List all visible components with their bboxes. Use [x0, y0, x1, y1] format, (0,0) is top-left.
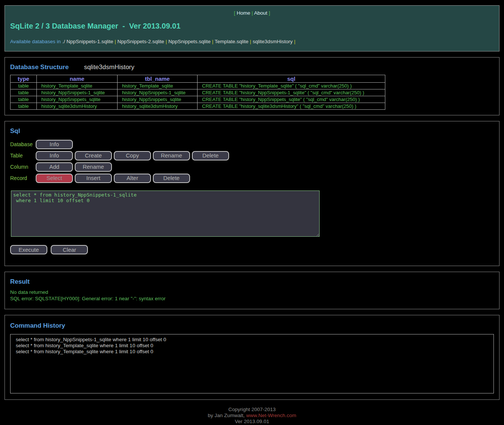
history-entry: select * from history_Template_sqlite wh… — [11, 343, 493, 349]
author-line: by Jan Zumwalt, www.Net-Wrench.com — [0, 413, 504, 419]
column-controls-row: Column Add Rename — [10, 161, 494, 172]
db-structure-table: type name tbl_name sql table history_Tem… — [10, 75, 385, 110]
top-nav: [ Home | About ] — [10, 10, 494, 16]
record-insert-button[interactable]: Insert — [75, 174, 112, 183]
database-info-button[interactable]: Info — [36, 140, 73, 149]
available-databases: Available databases in ./ NppSnippets-1.… — [10, 39, 494, 44]
databases-path: ./ — [62, 39, 65, 44]
table-rename-button[interactable]: Rename — [153, 151, 190, 160]
table-controls-row: Table Info Create Copy Rename Delete — [10, 150, 494, 161]
cell-name: history_Template_sqlite — [37, 83, 118, 89]
table-row: table history_NppSnippets_sqlite history… — [11, 96, 385, 103]
record-alter-button[interactable]: Alter — [114, 174, 151, 183]
result-status: No data returned — [10, 289, 494, 295]
table-delete-button[interactable]: Delete — [192, 151, 229, 160]
db-separator: | — [115, 39, 116, 44]
nav-close-bracket: ] — [269, 10, 270, 16]
table-header-row: type name tbl_name sql — [11, 75, 385, 83]
record-delete-button[interactable]: Delete — [153, 174, 190, 183]
db-structure-section: Database Structure sqlite3dsmHistory typ… — [5, 57, 499, 115]
column-row-label: Column — [10, 164, 36, 170]
command-history-box: select * from history_NppSnippets-1_sqli… — [10, 334, 494, 393]
db-separator: | — [212, 39, 214, 44]
cell-sql: CREATE TABLE "history_NppSnippets_sqlite… — [198, 96, 385, 103]
database-controls-row: Database Info — [10, 139, 494, 150]
available-databases-label: Available databases in — [10, 39, 61, 44]
column-header-type: type — [11, 75, 37, 83]
result-section: Result No data returned SQL error: SQLST… — [5, 272, 499, 309]
table-row: table history_Template_sqlite history_Te… — [11, 83, 385, 89]
footer: Copyright 2007-2013 by Jan Zumwalt, www.… — [0, 407, 504, 425]
cell-tbl-name: history_NppSnippets_sqlite — [118, 96, 198, 103]
db-structure-heading: Database Structure sqlite3dsmHistory — [10, 64, 494, 71]
sql-heading: Sql — [10, 127, 494, 135]
record-controls-row: Record Select Insert Alter Delete — [10, 172, 494, 184]
database-link-nppsnippets-1[interactable]: NppSnippets-1.sqlite — [66, 39, 113, 44]
execute-row: Execute Clear — [10, 245, 494, 254]
cell-sql: CREATE TABLE "history_NppSnippets-1_sqli… — [198, 89, 385, 96]
table-row: table history_sqlite3dsmHistory history_… — [11, 103, 385, 110]
about-link[interactable]: About — [254, 10, 267, 16]
cell-sql: CREATE TABLE "history_sqlite3dsmHistory"… — [198, 103, 385, 110]
cell-tbl-name: history_NppSnippets-1_sqlite — [118, 89, 198, 96]
column-header-sql: sql — [198, 75, 385, 83]
result-heading: Result — [10, 278, 494, 286]
execute-button[interactable]: Execute — [10, 245, 47, 254]
db-structure-heading-label: Database Structure — [10, 64, 69, 71]
record-select-button[interactable]: Select — [36, 174, 73, 183]
net-wrench-link[interactable]: www.Net-Wrench.com — [246, 413, 296, 418]
home-link[interactable]: Home — [237, 10, 250, 16]
cell-tbl-name: history_sqlite3dsmHistory — [118, 103, 198, 110]
command-history-heading: Command History — [10, 322, 494, 330]
copyright-line: Copyright 2007-2013 — [0, 407, 504, 413]
nav-open-bracket: [ — [234, 10, 235, 16]
database-link-template[interactable]: Template.sqlite — [215, 39, 249, 44]
cell-name: history_sqlite3dsmHistory — [37, 103, 118, 110]
clear-button[interactable]: Clear — [51, 245, 88, 254]
nav-separator: | — [252, 10, 253, 16]
database-link-sqlite3dsmhistory[interactable]: sqlite3dsmHistory — [253, 39, 293, 44]
table-info-button[interactable]: Info — [36, 151, 73, 160]
cell-type: table — [11, 96, 37, 103]
cell-type: table — [11, 89, 37, 96]
cell-sql: CREATE TABLE "history_Template_sqlite" (… — [198, 83, 385, 89]
cell-name: history_NppSnippets-1_sqlite — [37, 89, 118, 96]
database-link-nppsnippets[interactable]: NppSnippets.sqlite — [168, 39, 211, 44]
history-entry: select * from history_NppSnippets-1_sqli… — [11, 337, 493, 343]
version-line: Ver 2013.09.01 — [0, 419, 504, 425]
database-row-label: Database — [10, 141, 36, 147]
db-separator: | — [166, 39, 167, 44]
command-history-section: Command History select * from history_Np… — [5, 315, 499, 400]
sql-query-textarea[interactable]: select * from history_NppSnippets-1_sqli… — [11, 191, 320, 237]
column-add-button[interactable]: Add — [36, 162, 73, 172]
page-title: SqLite 2 / 3 Database Manager - Ver 2013… — [10, 22, 494, 30]
history-entry: select * from history_Template_sqlite wh… — [11, 349, 493, 355]
author-prefix: by Jan Zumwalt, — [208, 413, 244, 418]
cell-name: history_NppSnippets_sqlite — [37, 96, 118, 103]
table-row-label: Table — [10, 153, 36, 159]
cell-type: table — [11, 83, 37, 89]
sql-section: Sql Database Info Table Info Create Copy… — [5, 121, 499, 266]
column-header-tbl-name: tbl_name — [118, 75, 198, 83]
record-row-label: Record — [10, 175, 36, 181]
database-link-nppsnippets-2[interactable]: NppSnippets-2.sqlite — [118, 39, 164, 44]
cell-type: table — [11, 103, 37, 110]
table-copy-button[interactable]: Copy — [114, 151, 151, 160]
column-rename-button[interactable]: Rename — [75, 162, 112, 172]
column-header-name: name — [37, 75, 118, 83]
current-database-name: sqlite3dsmHistory — [84, 64, 134, 71]
db-separator: | — [250, 39, 251, 44]
header: [ Home | About ] SqLite 2 / 3 Database M… — [5, 5, 499, 51]
result-error: SQL error: SQLSTATE[HY000]: General erro… — [10, 296, 494, 301]
db-separator: | — [294, 39, 296, 44]
table-create-button[interactable]: Create — [75, 151, 112, 160]
table-row: table history_NppSnippets-1_sqlite histo… — [11, 89, 385, 96]
cell-tbl-name: history_Template_sqlite — [118, 83, 198, 89]
